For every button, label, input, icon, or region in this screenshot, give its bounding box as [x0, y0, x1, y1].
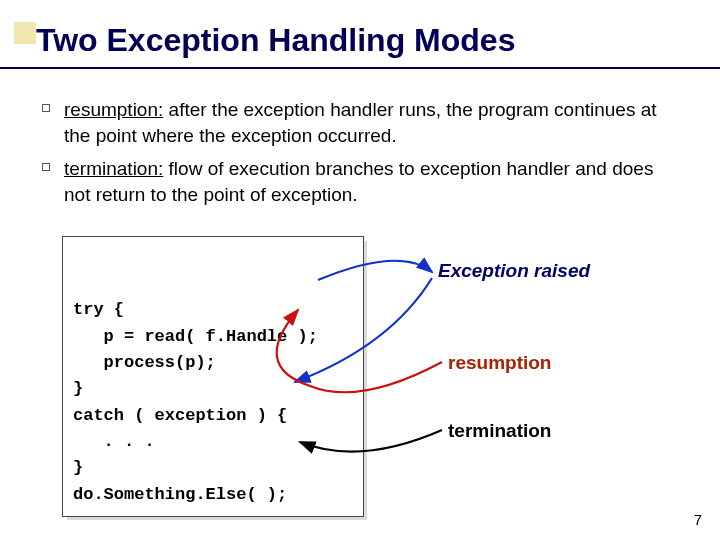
bullet-term: termination: [64, 158, 163, 179]
code-line: try { [73, 300, 124, 319]
code-line: p = read( f.Handle ); [73, 327, 318, 346]
diagram-area: try { p = read( f.Handle ); process(p); … [0, 236, 720, 506]
code-line: catch ( exception ) { [73, 406, 287, 425]
bullet-marker-icon [42, 104, 50, 112]
bullet-marker-icon [42, 163, 50, 171]
code-box: try { p = read( f.Handle ); process(p); … [62, 236, 364, 517]
title-bar: Two Exception Handling Modes [0, 0, 720, 69]
page-number: 7 [694, 511, 702, 528]
code-line: } [73, 379, 83, 398]
slide-title: Two Exception Handling Modes [36, 22, 720, 59]
code-line: process(p); [73, 353, 216, 372]
bullet-resumption: resumption: after the exception handler … [64, 97, 680, 148]
code-line: } [73, 458, 83, 477]
bullet-list: resumption: after the exception handler … [0, 69, 720, 208]
code-line: do.Something.Else( ); [73, 485, 287, 504]
label-exception-raised: Exception raised [438, 260, 590, 282]
label-termination: termination [448, 420, 551, 442]
code-box-shadow [67, 241, 367, 520]
bullet-term: resumption: [64, 99, 163, 120]
title-accent-square [14, 22, 36, 44]
bullet-termination: termination: flow of execution branches … [64, 156, 680, 207]
code-line: . . . [73, 432, 155, 451]
label-resumption: resumption [448, 352, 551, 374]
